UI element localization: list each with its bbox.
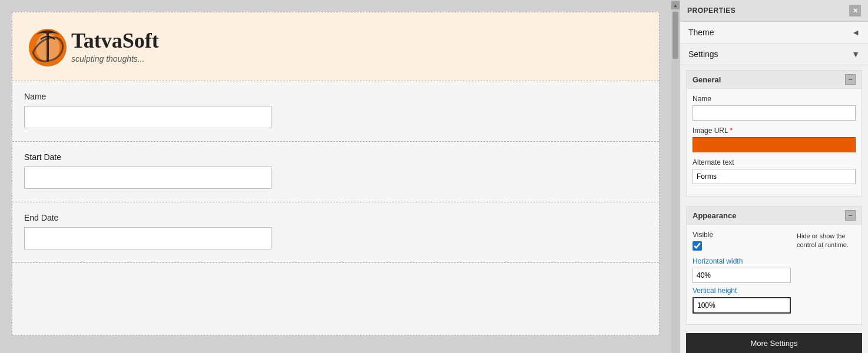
theme-collapse-icon: ◄	[852, 28, 860, 37]
general-section-header: General −	[687, 71, 862, 89]
start-date-input[interactable]	[24, 166, 271, 189]
general-section: General − Name Image URL * Alternate tex…	[686, 70, 862, 197]
horizontal-width-label: Horizontal width	[693, 257, 791, 265]
general-section-title: General	[693, 75, 721, 84]
properties-title: PROPERTIES	[687, 6, 736, 15]
end-date-field-section: End Date	[12, 202, 659, 263]
prop-alt-text-label: Alternate text	[693, 158, 856, 166]
general-section-collapse-button[interactable]: −	[845, 74, 856, 85]
main-canvas: TatvaSoft sculpting thoughts... Name Sta…	[0, 0, 671, 353]
appearance-section-body: Visible Horizontal width Vertical height…	[687, 225, 862, 324]
logo-section: TatvaSoft sculpting thoughts...	[12, 12, 659, 81]
hide-show-tooltip: Hide or show the control at runtime.	[797, 231, 856, 250]
end-date-field-label: End Date	[24, 213, 647, 222]
properties-close-button[interactable]: ✕	[849, 5, 861, 16]
start-date-field-section: Start Date	[12, 142, 659, 202]
appearance-section-collapse-button[interactable]: −	[845, 210, 856, 221]
name-input[interactable]	[24, 106, 271, 128]
appearance-section: Appearance − Visible Horizontal width Ve…	[686, 206, 862, 325]
logo-tagline: sculpting thoughts...	[71, 54, 159, 64]
vertical-height-input[interactable]	[693, 297, 791, 314]
name-field-label: Name	[24, 92, 647, 101]
visible-left: Visible Horizontal width Vertical height	[693, 231, 791, 314]
properties-panel: PROPERTIES ✕ Theme ◄ Settings ▼ General …	[680, 0, 868, 353]
logo-title: TatvaSoft	[71, 29, 159, 53]
theme-label: Theme	[688, 28, 714, 37]
visible-label: Visible	[693, 231, 791, 239]
settings-row[interactable]: Settings ▼	[680, 44, 868, 65]
prop-image-url-label: Image URL *	[693, 126, 856, 135]
appearance-section-title: Appearance	[693, 211, 736, 220]
scroll-thumb[interactable]	[672, 12, 678, 59]
visible-checkbox[interactable]	[693, 241, 702, 251]
end-date-input[interactable]	[24, 227, 271, 249]
settings-collapse-icon: ▼	[852, 49, 860, 59]
settings-label: Settings	[688, 49, 718, 59]
start-date-field-label: Start Date	[24, 152, 647, 162]
theme-row[interactable]: Theme ◄	[680, 22, 868, 44]
logo-graphic	[24, 23, 71, 70]
prop-name-label: Name	[693, 95, 856, 103]
horizontal-width-input[interactable]	[693, 268, 791, 283]
vertical-height-label: Vertical height	[693, 287, 791, 295]
prop-name-input[interactable]	[693, 105, 856, 121]
prop-alt-text-input[interactable]	[693, 169, 856, 184]
properties-header: PROPERTIES ✕	[680, 0, 868, 22]
scroll-up-arrow[interactable]: ▲	[671, 1, 680, 9]
name-field-section: Name	[12, 81, 659, 142]
scroll-track: ▲	[671, 0, 680, 353]
general-section-body: Name Image URL * Alternate text	[687, 89, 862, 196]
form-container: TatvaSoft sculpting thoughts... Name Sta…	[12, 12, 660, 335]
visible-row: Visible Horizontal width Vertical height…	[693, 231, 856, 314]
prop-image-url-input[interactable]	[693, 137, 856, 152]
appearance-section-header: Appearance −	[687, 207, 862, 225]
required-star: *	[730, 126, 733, 135]
more-settings-button[interactable]: More Settings	[686, 333, 862, 353]
logo-text-group: TatvaSoft sculpting thoughts...	[71, 29, 159, 64]
